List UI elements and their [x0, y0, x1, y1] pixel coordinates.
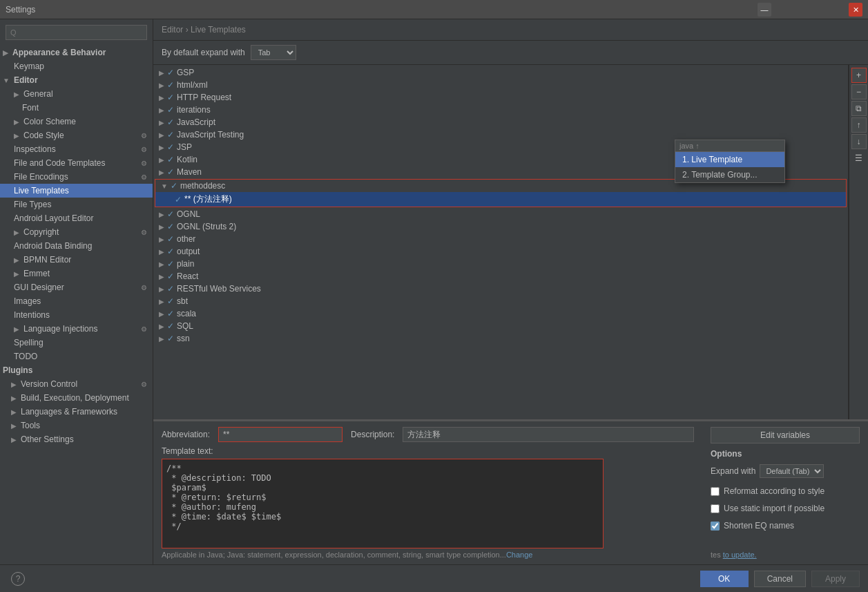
search-input[interactable] [6, 25, 147, 40]
gear-icon: ⚙ [141, 381, 147, 388]
check-icon: ✓ [167, 247, 174, 256]
shorten-eq-checkbox[interactable] [711, 522, 720, 531]
group-other[interactable]: ▶ ✓ other [153, 233, 848, 245]
sidebar-item-code-style[interactable]: ▶ Code Style ⚙ [0, 128, 153, 142]
check-icon: ✓ [175, 195, 182, 204]
check-icon: ✓ [167, 259, 174, 269]
sidebar-item-plugins[interactable]: Plugins [0, 363, 153, 377]
popup-menu: java ↑ 1. Live Template 2. Template Grou… [675, 140, 785, 183]
sidebar-item-live-templates[interactable]: Live Templates [0, 184, 153, 198]
applicable-text: Applicable in Java; Java: statement, exp… [162, 551, 694, 559]
expand-arrow: ▶ [159, 273, 164, 280]
help-icon[interactable]: ? [11, 572, 25, 586]
move-down-button[interactable]: ↓ [851, 134, 867, 149]
template-method-annotation[interactable]: ✓ ** (方法注释) [155, 192, 846, 207]
sidebar-item-languages[interactable]: ▶ Languages & Frameworks [0, 405, 153, 419]
minimize-button[interactable]: — [758, 3, 771, 17]
check-icon: ✓ [167, 321, 174, 331]
template-text-area[interactable]: /** * @description: TODO $param$ * @retu… [162, 459, 604, 548]
static-import-checkbox[interactable] [711, 504, 720, 513]
expand-arrow: ▶ [159, 94, 164, 102]
popup-item-template-group[interactable]: 2. Template Group... [675, 167, 784, 182]
sidebar-item-inspections[interactable]: Inspections ⚙ [0, 142, 153, 156]
sidebar-item-appearance[interactable]: ▶ Appearance & Behavior [0, 46, 153, 59]
group-plain[interactable]: ▶ ✓ plain [153, 258, 848, 270]
cancel-button[interactable]: Cancel [754, 571, 806, 587]
remove-button[interactable]: − [851, 84, 867, 99]
expand-arrow: ▶ [159, 119, 164, 126]
change-link[interactable]: Change [506, 551, 533, 559]
expand-with-select[interactable]: Default (Tab) Tab Enter Space [760, 464, 824, 478]
check-icon: ✓ [167, 105, 174, 115]
sidebar-item-file-encodings[interactable]: File Encodings ⚙ [0, 170, 153, 184]
check-icon: ✓ [171, 181, 177, 191]
sidebar-item-version-control[interactable]: ▶ Version Control ⚙ [0, 377, 153, 391]
expand-select[interactable]: Tab Enter Space [251, 45, 296, 60]
sidebar-item-general[interactable]: ▶ General [0, 87, 153, 101]
toolbar: By default expand with Tab Enter Space [153, 41, 868, 65]
check-icon: ✓ [167, 80, 174, 90]
expand-arrow: ▶ [159, 323, 164, 330]
sidebar-item-keymap[interactable]: Keymap [0, 59, 153, 73]
sidebar-item-todo[interactable]: TODO [0, 350, 153, 363]
group-javascript[interactable]: ▶ ✓ JavaScript [153, 116, 848, 128]
group-restful[interactable]: ▶ ✓ RESTful Web Services [153, 283, 848, 295]
reformat-checkbox[interactable] [711, 487, 720, 496]
group-http-request[interactable]: ▶ ✓ HTTP Request [153, 91, 848, 104]
group-html-xml[interactable]: ▶ ✓ html/xml [153, 79, 848, 91]
check-icon: ✓ [167, 130, 174, 140]
sidebar-item-tools[interactable]: ▶ Tools [0, 419, 153, 432]
group-sbt[interactable]: ▶ ✓ sbt [153, 295, 848, 307]
sidebar-item-android-layout[interactable]: Android Layout Editor [0, 211, 153, 225]
description-input[interactable] [403, 427, 694, 442]
group-scala[interactable]: ▶ ✓ scala [153, 307, 848, 320]
sidebar-item-intentions[interactable]: Intentions [0, 308, 153, 322]
expand-arrow: ▶ [159, 69, 164, 77]
arrow-icon: ▶ [14, 90, 19, 98]
options-label: Options [711, 449, 860, 459]
sidebar-item-gui-designer[interactable]: GUI Designer ⚙ [0, 280, 153, 294]
sidebar-item-bpmn[interactable]: ▶ BPMN Editor [0, 253, 153, 267]
group-ognl-struts2[interactable]: ▶ ✓ OGNL (Struts 2) [153, 220, 848, 233]
sidebar-item-font[interactable]: Font [0, 101, 153, 115]
expand-arrow: ▶ [159, 211, 164, 218]
gear-icon: ⚙ [141, 146, 147, 153]
sidebar-item-lang-injections[interactable]: ▶ Language Injections ⚙ [0, 322, 153, 336]
arrow-icon: ▶ [11, 408, 17, 416]
popup-item-live-template[interactable]: 1. Live Template [675, 152, 784, 167]
group-iterations[interactable]: ▶ ✓ iterations [153, 104, 848, 116]
group-react[interactable]: ▶ ✓ React [153, 270, 848, 283]
sidebar-item-images[interactable]: Images [0, 294, 153, 308]
sidebar-item-other-settings[interactable]: ▶ Other Settings [0, 432, 153, 446]
sidebar-item-copyright[interactable]: ▶ Copyright ⚙ [0, 225, 153, 239]
sidebar-item-editor[interactable]: ▼ Editor [0, 73, 153, 87]
sidebar-item-spelling[interactable]: Spelling [0, 336, 153, 350]
apply-button[interactable]: Apply [811, 571, 860, 587]
group-sql[interactable]: ▶ ✓ SQL [153, 320, 848, 332]
expand-arrow: ▶ [159, 236, 164, 243]
group-ognl[interactable]: ▶ ✓ OGNL [153, 208, 848, 220]
update-link[interactable]: to update. [723, 551, 757, 559]
sidebar-item-build-execution[interactable]: ▶ Build, Execution, Deployment [0, 391, 153, 405]
sidebar-item-android-data[interactable]: Android Data Binding [0, 239, 153, 253]
breadcrumb-editor: Editor [162, 25, 183, 35]
group-gsp[interactable]: ▶ ✓ GSP [153, 66, 848, 79]
sidebar-item-file-types[interactable]: File Types [0, 198, 153, 211]
add-button[interactable]: + [851, 68, 867, 83]
template-text-label: Template text: [162, 446, 694, 456]
abbreviation-input[interactable] [218, 427, 343, 442]
edit-variables-button[interactable]: Edit variables [711, 427, 860, 443]
expand-arrow: ▶ [159, 106, 164, 114]
expand-arrow: ▶ [159, 298, 164, 305]
sidebar-item-color-scheme[interactable]: ▶ Color Scheme [0, 115, 153, 128]
group-output[interactable]: ▶ ✓ output [153, 245, 848, 258]
close-button[interactable]: ✕ [849, 3, 862, 17]
notification-area: tes to update. [711, 551, 860, 559]
move-up-button[interactable]: ↑ [851, 117, 867, 133]
sidebar-item-file-code-templates[interactable]: File and Code Templates ⚙ [0, 156, 153, 170]
sidebar-item-emmet[interactable]: ▶ Emmet [0, 267, 153, 280]
group-ssn[interactable]: ▶ ✓ ssn [153, 332, 848, 345]
ok-button[interactable]: OK [700, 571, 749, 587]
copy-button[interactable]: ⧉ [851, 101, 867, 116]
expand-arrow: ▶ [159, 131, 164, 139]
